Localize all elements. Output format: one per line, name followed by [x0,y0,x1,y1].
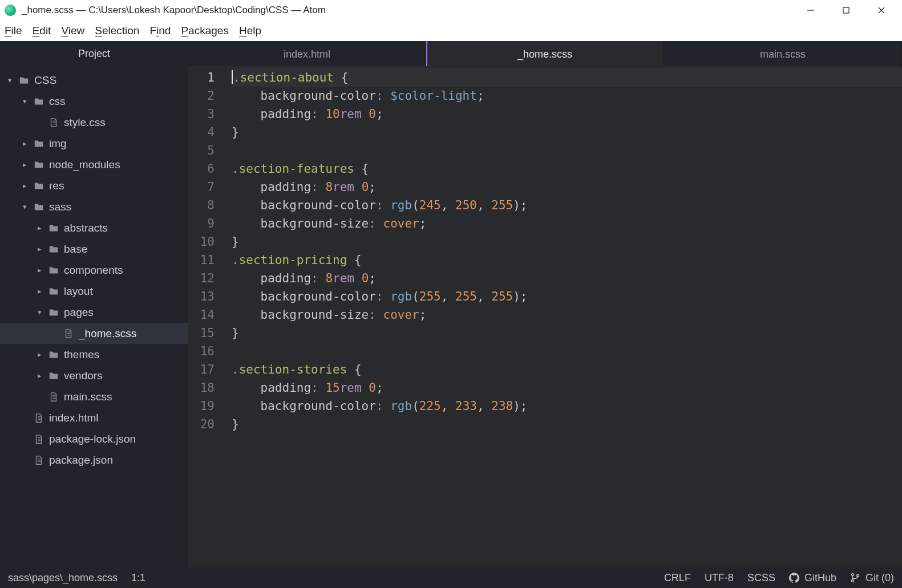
line-number[interactable]: 1 [188,68,215,87]
code-line[interactable] [232,342,902,360]
chevron-down-icon[interactable]: ▾ [35,308,43,317]
line-number[interactable]: 7 [188,178,215,196]
tree-folder-css[interactable]: ▾CSS [0,70,188,91]
line-number[interactable]: 16 [188,342,215,360]
chevron-down-icon[interactable]: ▾ [21,97,29,106]
tree-folder-layout[interactable]: ▸layout [0,281,188,302]
menu-packages[interactable]: Packages [181,25,228,37]
tree-folder-base[interactable]: ▸base [0,238,188,259]
menu-selection[interactable]: Selection [95,25,139,37]
line-number-gutter[interactable]: 1234567891011121314151617181920 [188,66,223,567]
code-editor[interactable]: 1234567891011121314151617181920 .section… [188,66,902,567]
code-line[interactable]: background-size: cover; [232,306,902,324]
chevron-right-icon[interactable]: ▸ [35,245,43,253]
line-number[interactable]: 5 [188,141,215,160]
chevron-down-icon[interactable]: ▾ [6,76,14,84]
status-cursor-position[interactable]: 1:1 [131,572,145,584]
line-number[interactable]: 20 [188,415,215,433]
tree-file-package-lock-json[interactable]: ·package-lock.json [0,428,188,449]
code-line[interactable]: } [232,123,902,141]
code-line[interactable]: } [232,415,902,433]
tab--home-scss[interactable]: _home.scss [426,41,664,66]
tree-folder-sass[interactable]: ▾sass [0,196,188,217]
line-number[interactable]: 6 [188,160,215,178]
tree-folder-node-modules[interactable]: ▸node_modules [0,154,188,175]
status-line-ending[interactable]: CRLF [664,572,691,584]
tree-file-index-html[interactable]: ·index.html [0,407,188,428]
code-line[interactable]: background-color: rgb(245, 250, 255); [232,196,902,214]
chevron-right-icon[interactable]: ▸ [21,160,29,169]
chevron-right-icon[interactable]: ▸ [21,181,29,190]
line-number[interactable]: 9 [188,214,215,233]
code-line[interactable]: .section-features { [232,160,902,178]
tree-folder-img[interactable]: ▸img [0,133,188,154]
line-number[interactable]: 8 [188,196,215,214]
chevron-right-icon[interactable]: ▸ [35,371,43,380]
status-encoding[interactable]: UTF-8 [705,572,734,584]
chevron-right-icon[interactable]: ▸ [35,350,43,359]
line-number[interactable]: 14 [188,306,215,324]
chevron-right-icon[interactable]: ▸ [35,266,43,274]
line-number[interactable]: 3 [188,105,215,123]
menu-view[interactable]: View [61,25,84,37]
status-file-path[interactable]: sass\pages\_home.scss [8,572,118,584]
code-token: ; [520,399,528,413]
tree-folder-res[interactable]: ▸res [0,175,188,196]
menu-find[interactable]: Find [149,25,171,37]
status-git[interactable]: Git (0) [850,572,894,584]
tab-main-scss[interactable]: main.scss [664,41,902,66]
tree-folder-abstracts[interactable]: ▸abstracts [0,217,188,238]
status-grammar[interactable]: SCSS [747,572,775,584]
code-line[interactable]: background-color: $color-light; [232,87,902,105]
code-line[interactable]: padding: 8rem 0; [232,178,902,196]
tree-folder-pages[interactable]: ▾pages [0,302,188,323]
code-line[interactable]: .section-about { [232,68,902,87]
code-line[interactable]: .section-stories { [232,360,902,379]
tree-folder-themes[interactable]: ▸themes [0,344,188,365]
menu-file[interactable]: File [5,25,22,37]
line-number[interactable]: 10 [188,233,215,251]
line-number[interactable]: 18 [188,379,215,397]
tree-item-label: vendors [64,370,103,382]
project-tree[interactable]: ▾CSS▾css·style.css▸img▸node_modules▸res▾… [0,66,188,567]
code-line[interactable]: padding: 8rem 0; [232,269,902,287]
tree-folder-css[interactable]: ▾css [0,91,188,112]
line-number[interactable]: 15 [188,324,215,342]
code-line[interactable]: padding: 15rem 0; [232,379,902,397]
window-close-button[interactable] [871,2,892,18]
code-line[interactable]: } [232,324,902,342]
code-content[interactable]: .section-about { background-color: $colo… [223,66,902,567]
code-line[interactable]: background-size: cover; [232,214,902,233]
tree-folder-components[interactable]: ▸components [0,259,188,281]
line-number[interactable]: 2 [188,87,215,105]
code-line[interactable]: padding: 10rem 0; [232,105,902,123]
line-number[interactable]: 17 [188,360,215,379]
tree-file-package-json[interactable]: ·package.json [0,449,188,471]
window-minimize-button[interactable] [800,2,821,18]
tree-file-main-scss[interactable]: ·main.scss [0,386,188,407]
folder-icon [48,223,59,233]
chevron-right-icon[interactable]: ▸ [21,139,29,148]
line-number[interactable]: 12 [188,269,215,287]
code-line[interactable]: background-color: rgb(225, 233, 238); [232,397,902,415]
chevron-right-icon[interactable]: ▸ [35,287,43,295]
tree-file--home-scss[interactable]: ·_home.scss [0,323,188,344]
tree-folder-vendors[interactable]: ▸vendors [0,365,188,386]
line-number[interactable]: 11 [188,251,215,269]
chevron-down-icon[interactable]: ▾ [21,202,29,211]
line-number[interactable]: 13 [188,287,215,306]
menu-help[interactable]: Help [239,25,261,37]
tab-index-html[interactable]: index.html [188,41,426,66]
line-number[interactable]: 19 [188,397,215,415]
line-number[interactable]: 4 [188,123,215,141]
code-line[interactable]: background-color: rgb(255, 255, 255); [232,287,902,306]
window-maximize-button[interactable] [836,2,856,18]
chevron-right-icon[interactable]: ▸ [35,224,43,232]
status-github[interactable]: GitHub [789,572,836,584]
tree-file-style-css[interactable]: ·style.css [0,112,188,133]
code-line[interactable] [232,141,902,160]
menu-edit[interactable]: Edit [33,25,51,37]
code-line[interactable]: } [232,233,902,251]
code-line[interactable]: .section-pricing { [232,251,902,269]
code-token [232,217,261,230]
